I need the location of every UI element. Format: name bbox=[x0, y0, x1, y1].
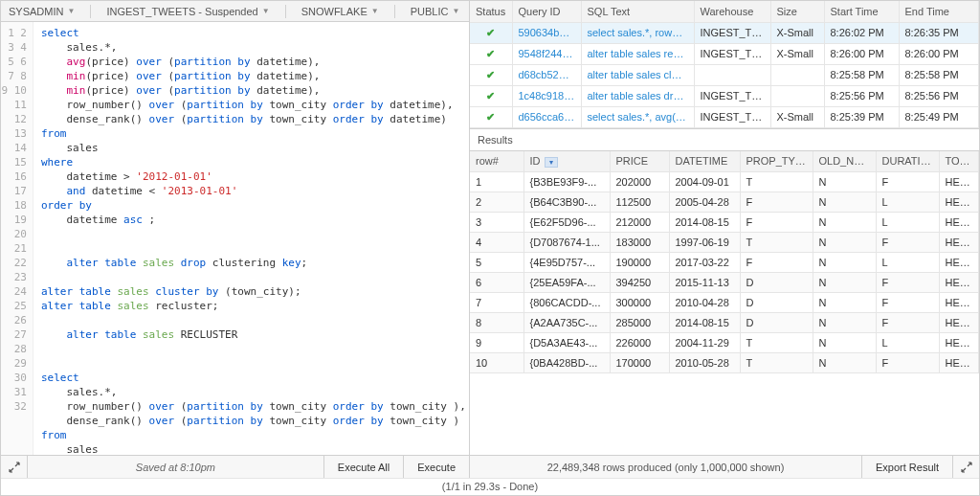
export-result-button[interactable]: Export Result bbox=[861, 456, 952, 478]
query-id-link[interactable]: 1c48c918-... bbox=[512, 85, 581, 106]
results-header[interactable]: ID▾ bbox=[523, 151, 610, 172]
cell-duration: L bbox=[876, 192, 939, 213]
history-row[interactable]: ✔9548f244-e...alter table sales reclus..… bbox=[470, 43, 979, 64]
cell-price: 112500 bbox=[610, 192, 669, 213]
query-id-link[interactable]: 9548f244-e... bbox=[512, 43, 581, 64]
cell-proptype: T bbox=[740, 233, 813, 253]
query-history: StatusQuery IDSQL TextWarehouseSizeStart… bbox=[470, 1, 979, 129]
role-picker[interactable]: SYSADMIN▼ bbox=[9, 6, 75, 17]
cell-oldnew: N bbox=[813, 293, 876, 313]
cell-proptype: T bbox=[740, 172, 813, 192]
expand-results-button[interactable] bbox=[952, 456, 979, 478]
sort-indicator-icon: ▾ bbox=[545, 157, 558, 168]
results-row[interactable]: 4{D7087674-1...1830001997-06-19TNFHENL bbox=[470, 233, 979, 253]
cell-oldnew: N bbox=[813, 333, 876, 353]
history-header[interactable]: Warehouse bbox=[694, 1, 770, 22]
cell-proptype: T bbox=[740, 333, 813, 353]
cell-price: 190000 bbox=[610, 253, 669, 273]
cell-rownum: 3 bbox=[470, 213, 523, 233]
results-header[interactable]: TOWN bbox=[939, 151, 979, 172]
history-row[interactable]: ✔d656cca6-...select sales.*, avg(pric...… bbox=[470, 106, 979, 127]
cell-proptype: F bbox=[740, 213, 813, 233]
cell-price: 300000 bbox=[610, 293, 669, 313]
cell-proptype: F bbox=[740, 192, 813, 213]
cell-id: {806CACDD-... bbox=[523, 293, 610, 313]
history-warehouse: INGEST_TW... bbox=[694, 85, 770, 106]
results-row[interactable]: 10{0BA428BD-...1700002010-05-28TNFHENL bbox=[470, 353, 979, 373]
separator bbox=[394, 5, 395, 18]
history-row[interactable]: ✔d68cb52d-f...alter table sales cluste..… bbox=[470, 64, 979, 85]
history-header[interactable]: Query ID bbox=[512, 1, 581, 22]
results-header[interactable]: PRICE bbox=[610, 151, 669, 172]
cell-id: {A2AA735C-... bbox=[523, 313, 610, 333]
cell-oldnew: N bbox=[813, 233, 876, 253]
results-header[interactable]: DURATION bbox=[876, 151, 939, 172]
results-row[interactable]: 7{806CACDD-...3000002010-04-28DNFHENL bbox=[470, 293, 979, 313]
cell-id: {0BA428BD-... bbox=[523, 353, 610, 373]
history-row[interactable]: ✔1c48c918-...alter table sales drop c...… bbox=[470, 85, 979, 106]
code-area[interactable]: select sales.*, avg(price) over (partiti… bbox=[33, 22, 469, 455]
results-row[interactable]: 5{4E95D757-...1900002017-03-22FNLHENL bbox=[470, 253, 979, 273]
schema-picker[interactable]: PUBLIC▼ bbox=[411, 6, 460, 17]
results-header[interactable]: OLD_NEW bbox=[813, 151, 876, 172]
cell-rownum: 1 bbox=[470, 172, 523, 192]
query-id-link[interactable]: d656cca6-... bbox=[512, 106, 581, 127]
sql-editor[interactable]: 1 2 3 4 5 6 7 8 9 10 11 12 13 14 15 16 1… bbox=[1, 22, 469, 455]
cell-rownum: 7 bbox=[470, 293, 523, 313]
results-header[interactable]: row# bbox=[470, 151, 523, 172]
execute-button[interactable]: Execute bbox=[403, 456, 469, 478]
results-row[interactable]: 9{D5A3AE43-...2260002004-11-29TNLHENL bbox=[470, 333, 979, 353]
cell-town: HENL bbox=[939, 213, 979, 233]
cell-id: {B3BE93F9-... bbox=[523, 172, 610, 192]
cell-town: HENL bbox=[939, 313, 979, 333]
caret-down-icon: ▼ bbox=[262, 7, 270, 15]
separator bbox=[285, 5, 286, 18]
history-header[interactable]: Size bbox=[770, 1, 824, 22]
cell-id: {B64C3B90-... bbox=[523, 192, 610, 213]
cell-id: {E62F5D96-... bbox=[523, 213, 610, 233]
results-footer: 22,489,348 rows produced (only 1,000,000… bbox=[470, 455, 979, 478]
role-label: SYSADMIN bbox=[9, 6, 63, 17]
results-grid: row#ID▾PRICEDATETIMEPROP_TYPEOLD_NEWDURA… bbox=[470, 150, 979, 456]
history-header[interactable]: Status bbox=[470, 1, 512, 22]
history-header[interactable]: SQL Text bbox=[581, 1, 694, 22]
results-header[interactable]: DATETIME bbox=[669, 151, 740, 172]
results-row[interactable]: 3{E62F5D96-...2120002014-08-15FNLHENL bbox=[470, 213, 979, 233]
sql-text-link[interactable]: select sales.*, avg(pric... bbox=[581, 106, 694, 127]
query-id-link[interactable]: 590634be-... bbox=[512, 22, 581, 43]
sql-text-link[interactable]: alter table sales reclus... bbox=[581, 43, 694, 64]
history-row[interactable]: ✔590634be-...select sales.*, row_nu...IN… bbox=[470, 22, 979, 43]
results-row[interactable]: 6{25EA59FA-...3942502015-11-13DNFHENL bbox=[470, 273, 979, 293]
status-ok-icon: ✔ bbox=[476, 90, 506, 102]
expand-editor-button[interactable] bbox=[1, 456, 28, 478]
sql-text-link[interactable]: select sales.*, row_nu... bbox=[581, 22, 694, 43]
history-start: 8:25:58 PM bbox=[824, 64, 899, 85]
caret-down-icon: ▼ bbox=[452, 7, 459, 15]
main-split: SYSADMIN▼ INGEST_TWEETS - Suspended▼ SNO… bbox=[1, 1, 979, 478]
sql-text-link[interactable]: alter table sales drop c... bbox=[581, 85, 694, 106]
cell-id: {4E95D757-... bbox=[523, 253, 610, 273]
sql-text-link[interactable]: alter table sales cluste... bbox=[581, 64, 694, 85]
cell-price: 394250 bbox=[610, 273, 669, 293]
results-header[interactable]: PROP_TYPE bbox=[740, 151, 813, 172]
right-pane: StatusQuery IDSQL TextWarehouseSizeStart… bbox=[470, 1, 979, 478]
warehouse-picker[interactable]: INGEST_TWEETS - Suspended▼ bbox=[106, 6, 269, 17]
caret-down-icon: ▼ bbox=[67, 7, 75, 15]
results-row[interactable]: 1{B3BE93F9-...2020002004-09-01TNFHENL bbox=[470, 172, 979, 192]
history-start: 8:25:56 PM bbox=[824, 85, 899, 106]
status-ok-icon: ✔ bbox=[476, 48, 506, 60]
cell-datetime: 2014-08-15 bbox=[669, 313, 740, 333]
history-header[interactable]: End Time bbox=[899, 1, 979, 22]
status-ok-icon: ✔ bbox=[476, 27, 506, 39]
cell-proptype: T bbox=[740, 353, 813, 373]
results-row[interactable]: 2{B64C3B90-...1125002005-04-28FNLHENL bbox=[470, 192, 979, 213]
query-id-link[interactable]: d68cb52d-f... bbox=[512, 64, 581, 85]
database-label: SNOWFLAKE bbox=[301, 6, 368, 17]
execute-all-button[interactable]: Execute All bbox=[323, 456, 403, 478]
history-size: X-Small bbox=[770, 22, 824, 43]
database-picker[interactable]: SNOWFLAKE▼ bbox=[301, 6, 379, 17]
cell-town: HENL bbox=[939, 172, 979, 192]
results-row[interactable]: 8{A2AA735C-...2850002014-08-15DNFHENL bbox=[470, 313, 979, 333]
history-header[interactable]: Start Time bbox=[824, 1, 899, 22]
status-line: (1/1 in 29.3s - Done) bbox=[1, 478, 979, 495]
